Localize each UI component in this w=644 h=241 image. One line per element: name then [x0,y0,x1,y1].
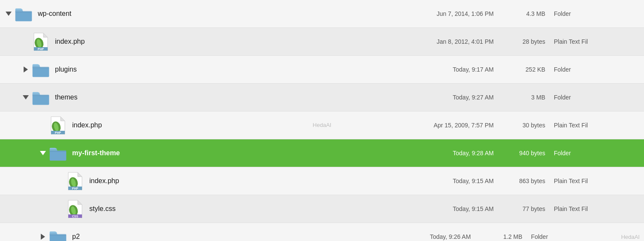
size-col: 1.2 MB [471,233,531,240]
size-col: 28 bytes [494,38,554,45]
file-row-p2[interactable]: p2Today, 9:26 AM1.2 MBFolderHedaAI [0,223,644,241]
arrow-right-icon [24,66,28,72]
size-col: 4.3 MB [494,10,554,17]
arrow-down-icon [40,151,46,155]
svg-text:CSS: CSS [72,215,79,218]
watermark2: HedaAI [621,234,640,240]
size-col: 3 MB [494,94,554,101]
file-row-wp-content[interactable]: wp-contentJun 7, 2014, 1:06 PM4.3 MBFold… [0,0,644,28]
file-name: themes [55,93,374,101]
kind-col: Folder [554,94,640,101]
file-name: index.php [72,121,374,129]
php-icon: PHP [66,172,84,190]
file-row-my-first-theme[interactable]: my-first-themeToday, 9:28 AM940 bytesFol… [0,139,644,167]
date-col: Jan 8, 2012, 4:01 PM [374,38,494,45]
arrow-right-icon [41,234,45,240]
file-name: my-first-theme [72,149,374,157]
file-row-index-php-3[interactable]: PHP index.phpToday, 9:15 AM863 bytesPlai… [0,167,644,195]
date-col: Today, 9:27 AM [374,94,494,101]
kind-col: Folder [531,233,617,240]
svg-text:PHP: PHP [72,187,79,190]
folder-icon [49,228,67,241]
arrow-down-icon [6,12,12,16]
php-icon: PHP [49,116,67,134]
file-name: index.php [89,177,374,185]
file-row-themes[interactable]: themesToday, 9:27 AM3 MBFolder [0,84,644,111]
file-browser: wp-contentJun 7, 2014, 1:06 PM4.3 MBFold… [0,0,644,241]
folder-icon [32,88,50,106]
size-col: 940 bytes [494,150,554,157]
date-col: Today, 9:15 AM [374,205,494,212]
size-col: 77 bytes [494,205,554,212]
date-col: Today, 9:15 AM [374,178,494,184]
file-name: style.css [89,205,374,213]
toggle-wp-content[interactable] [4,9,13,18]
date-col: Jun 7, 2014, 1:06 PM [374,10,494,17]
date-col: Today, 9:26 AM [351,233,471,240]
toggle-p2[interactable] [39,232,47,241]
kind-col: Plain Text Fil [554,38,640,45]
date-col: Apr 15, 2009, 7:57 PM [374,122,494,129]
size-col: 30 bytes [494,122,554,129]
toggle-plugins[interactable] [21,65,30,74]
kind-col: Plain Text Fil [554,178,640,184]
file-name: wp-content [38,10,374,18]
svg-text:PHP: PHP [55,131,61,134]
size-col: 863 bytes [494,178,554,184]
date-col: Today, 9:17 AM [374,66,494,73]
folder-icon [15,5,33,23]
file-row-index-php-1[interactable]: PHP index.phpJan 8, 2012, 4:01 PM28 byte… [0,28,644,56]
file-name: index.php [55,38,374,45]
folder-icon [32,60,50,78]
php-icon: PHP [32,33,50,51]
kind-col: Folder [554,66,640,73]
file-row-style-css[interactable]: CSS style.cssToday, 9:15 AM77 bytesPlain… [0,195,644,223]
size-col: 252 KB [494,66,554,73]
kind-col: Plain Text Fil [554,205,640,212]
arrow-down-icon [23,95,29,99]
kind-col: Plain Text Fil [554,122,640,129]
file-name: p2 [72,233,351,241]
file-row-plugins[interactable]: pluginsToday, 9:17 AM252 KBFolder [0,56,644,84]
file-name: plugins [55,66,374,73]
toggle-my-first-theme[interactable] [39,149,47,157]
svg-text:PHP: PHP [38,48,44,51]
kind-col: Folder [554,10,640,17]
kind-col: Folder [554,150,640,157]
css-icon: CSS [66,200,84,218]
file-row-index-php-2[interactable]: PHP index.phpHedaAIApr 15, 2009, 7:57 PM… [0,111,644,139]
folder-icon [49,144,67,162]
date-col: Today, 9:28 AM [374,150,494,157]
toggle-themes[interactable] [21,93,30,102]
